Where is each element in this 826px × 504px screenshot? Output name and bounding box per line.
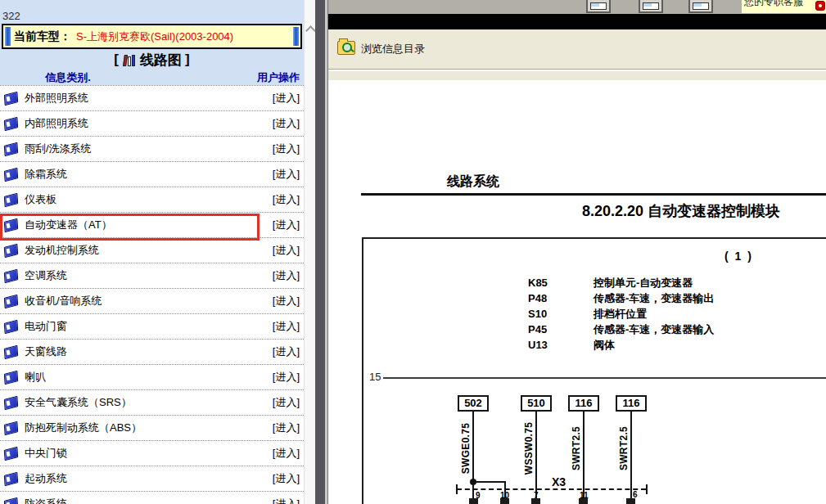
window-layout-button[interactable] bbox=[688, 0, 713, 13]
book-icon bbox=[4, 218, 18, 232]
connector-pin-symbol bbox=[579, 498, 588, 504]
customer-service-icon bbox=[815, 1, 825, 11]
terminal-box: 510 bbox=[521, 395, 552, 412]
enter-link[interactable]: [进入] bbox=[273, 142, 300, 156]
customer-service-link[interactable]: 您的专职客服 bbox=[742, 0, 826, 13]
list-item[interactable]: 喇叭 [进入] bbox=[0, 365, 304, 390]
system-list-panel: 322 当前车型： S-上海别克赛欧(Sail)(2003-2004) [ 线路… bbox=[0, 0, 304, 504]
connector-dash-cap bbox=[456, 484, 458, 494]
enter-link[interactable]: [进入] bbox=[273, 243, 300, 258]
connector-x3-label: X3 bbox=[552, 475, 566, 488]
wire bbox=[472, 483, 474, 498]
legend-row: U13 阀体 bbox=[528, 337, 714, 353]
book-icon bbox=[4, 116, 18, 130]
book-icon bbox=[4, 142, 18, 155]
bus-15-line bbox=[383, 377, 826, 379]
vehicle-bar-left-cap bbox=[5, 27, 11, 46]
enter-link[interactable]: [进入] bbox=[273, 192, 300, 207]
status-number: 322 bbox=[2, 10, 20, 22]
window-layout-button[interactable] bbox=[586, 0, 611, 13]
legend-row: S10 排档杆位置 bbox=[528, 306, 714, 322]
legend-code: U13 bbox=[528, 337, 594, 353]
document-panel: 您的专职客服 浏览信息目录 线路系统 8.20.2.20 自动变速器控制模块 (… bbox=[327, 0, 826, 504]
enter-link[interactable]: [进入] bbox=[273, 294, 300, 308]
enter-link[interactable]: [进入] bbox=[273, 344, 300, 359]
list-item-label: 起动系统 bbox=[25, 471, 67, 486]
list-item-selected[interactable]: 自动变速器（AT） [进入] bbox=[0, 213, 304, 238]
terminal-box: 502 bbox=[458, 395, 489, 412]
window-icon bbox=[590, 2, 607, 10]
vehicle-bar-right-cap bbox=[293, 27, 299, 46]
left-panel-header: 322 当前车型： S-上海别克赛欧(Sail)(2003-2004) [ 线路… bbox=[0, 0, 304, 85]
enter-link[interactable]: [进入] bbox=[273, 167, 300, 182]
wire bbox=[630, 411, 632, 498]
enter-link[interactable]: [进入] bbox=[273, 421, 300, 435]
wire bbox=[472, 411, 474, 483]
list-item-label: 喇叭 bbox=[25, 370, 46, 385]
scroll-up-icon[interactable] bbox=[305, 25, 316, 36]
section-title-row: [ 线路图 ] bbox=[0, 50, 304, 70]
wire bbox=[535, 411, 537, 498]
legend-desc: 阀体 bbox=[594, 337, 615, 353]
wire-label: SWRT2.5 bbox=[618, 412, 628, 485]
list-item[interactable]: 雨刮/洗涤系统 [进入] bbox=[0, 137, 304, 162]
list-item[interactable]: 发动机控制系统 [进入] bbox=[0, 238, 304, 263]
list-item[interactable]: 仪表板 [进入] bbox=[0, 187, 304, 213]
connector-pin-symbol bbox=[531, 498, 540, 504]
left-panel-scrollbar[interactable] bbox=[304, 0, 315, 504]
enter-link[interactable]: [进入] bbox=[273, 268, 300, 283]
list-item[interactable]: 除霜系统 [进入] bbox=[0, 162, 304, 187]
list-item[interactable]: 防抱死制动系统（ABS） [进入] bbox=[0, 416, 304, 441]
list-item[interactable]: 收音机/音响系统 [进入] bbox=[0, 289, 304, 314]
list-item-label: 电动门窗 bbox=[25, 319, 67, 334]
legend-desc: 传感器-车速，变速器输出 bbox=[594, 290, 714, 306]
list-item[interactable]: 起动系统 [进入] bbox=[0, 466, 304, 492]
system-list: 外部照明系统 [进入] 内部照明系统 [进入] 雨刮/洗涤系统 [进入] 除霜系… bbox=[0, 85, 304, 504]
list-item-label: 自动变速器（AT） bbox=[25, 218, 112, 232]
enter-link[interactable]: [进入] bbox=[273, 471, 300, 486]
enter-link[interactable]: [进入] bbox=[273, 370, 300, 385]
list-item-label: 内部照明系统 bbox=[25, 116, 88, 131]
vehicle-value: S-上海别克赛欧(Sail)(2003-2004) bbox=[76, 29, 233, 44]
doc-title: 8.20.2.20 自动变速器控制模块 bbox=[525, 201, 780, 221]
book-icon bbox=[4, 395, 18, 409]
enter-link[interactable]: [进入] bbox=[273, 319, 300, 334]
list-item[interactable]: 电动门窗 [进入] bbox=[0, 314, 304, 340]
enter-link[interactable]: [进入] bbox=[273, 91, 300, 106]
list-item-label: 除霜系统 bbox=[25, 167, 67, 182]
list-item[interactable]: 天窗线路 [进入] bbox=[0, 340, 304, 365]
list-item[interactable]: 空调系统 [进入] bbox=[0, 263, 304, 289]
enter-link[interactable]: [进入] bbox=[273, 116, 300, 131]
enter-link[interactable]: [进入] bbox=[273, 218, 300, 232]
list-item-label: 防盗系统 bbox=[25, 497, 67, 504]
legend-code: K85 bbox=[528, 275, 594, 290]
list-item[interactable]: 内部照明系统 [进入] bbox=[0, 111, 304, 137]
book-icon bbox=[4, 497, 18, 504]
enter-link[interactable]: [进入] bbox=[273, 446, 300, 461]
list-item-label: 防抱死制动系统（ABS） bbox=[25, 421, 142, 435]
figure-ref: ( 1 ) bbox=[724, 250, 753, 263]
enter-link[interactable]: [进入] bbox=[273, 395, 300, 410]
book-icon bbox=[4, 446, 18, 460]
list-item[interactable]: 防盗系统 [进入] bbox=[0, 492, 304, 504]
book-icon bbox=[4, 370, 18, 384]
legend-code: P48 bbox=[528, 290, 594, 306]
connector-x3-dashed-line bbox=[457, 488, 646, 490]
window-icon bbox=[693, 2, 709, 10]
enter-link[interactable]: [进入] bbox=[273, 497, 300, 504]
list-item-label: 中央门锁 bbox=[25, 446, 67, 461]
legend-row: P48 传感器-车速，变速器输出 bbox=[528, 290, 714, 306]
list-item[interactable]: 中央门锁 [进入] bbox=[0, 441, 304, 466]
bracket-right: ] bbox=[185, 52, 190, 68]
wire-label: WSSW0.75 bbox=[523, 412, 533, 485]
list-item[interactable]: 安全气囊系统（SRS） [进入] bbox=[0, 390, 304, 416]
window-layout-button[interactable] bbox=[639, 0, 663, 13]
customer-service-label: 您的专职客服 bbox=[744, 0, 803, 9]
book-icon bbox=[4, 243, 18, 257]
book-icon bbox=[4, 167, 18, 181]
browse-folder-search-icon bbox=[337, 41, 355, 55]
list-item[interactable]: 外部照明系统 [进入] bbox=[0, 86, 304, 111]
wire-label: SWGE0.75 bbox=[460, 412, 470, 485]
book-icon bbox=[4, 319, 18, 333]
app-window: 322 当前车型： S-上海别克赛欧(Sail)(2003-2004) [ 线路… bbox=[0, 0, 826, 504]
